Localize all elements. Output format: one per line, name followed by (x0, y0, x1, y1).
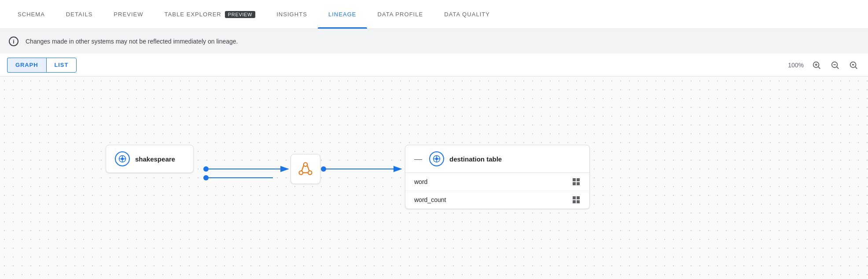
transform-node[interactable] (291, 154, 320, 184)
svg-point-15 (321, 166, 326, 172)
zoom-controls: 100% (788, 58, 861, 73)
svg-rect-41 (577, 200, 580, 203)
preview-badge: PREVIEW (225, 11, 255, 18)
info-banner: i Changes made in other systems may not … (0, 29, 868, 54)
svg-line-25 (302, 165, 304, 171)
svg-rect-39 (577, 196, 580, 199)
list-view-button[interactable]: LIST (46, 58, 77, 73)
lineage-graph: shakespeare — (0, 77, 868, 279)
field-icon-word-count (572, 195, 581, 204)
svg-point-13 (203, 166, 209, 172)
graph-view-button[interactable]: GRAPH (7, 58, 46, 73)
tab-table-explorer[interactable]: TABLE EXPLORER PREVIEW (154, 0, 266, 29)
svg-rect-38 (573, 196, 576, 199)
toolbar: GRAPH LIST 100% (0, 54, 868, 77)
destination-header: — destination table (405, 145, 589, 173)
svg-line-26 (307, 165, 309, 171)
zoom-level: 100% (788, 62, 804, 69)
svg-point-17 (121, 158, 124, 160)
tab-details[interactable]: DETAILS (55, 0, 103, 29)
dest-field-word[interactable]: word (405, 173, 589, 191)
source-icon (115, 151, 130, 166)
banner-text: Changes made in other systems may not be… (26, 38, 238, 45)
view-toggle: GRAPH LIST (7, 58, 77, 73)
svg-point-22 (304, 163, 308, 167)
svg-rect-34 (573, 178, 576, 181)
info-icon: i (9, 37, 18, 46)
svg-rect-36 (573, 182, 576, 185)
tab-preview[interactable]: PREVIEW (103, 0, 154, 29)
field-icon-word (572, 177, 581, 186)
dest-label: destination table (449, 155, 502, 163)
tab-insights[interactable]: INSIGHTS (266, 0, 318, 29)
source-label: shakespeare (135, 155, 175, 163)
svg-point-24 (308, 171, 312, 175)
tab-schema[interactable]: SCHEMA (7, 0, 55, 29)
lineage-canvas[interactable]: shakespeare — (0, 77, 868, 279)
zoom-out-button[interactable] (828, 58, 842, 73)
tab-lineage[interactable]: LINEAGE (318, 0, 367, 29)
svg-rect-40 (573, 200, 576, 203)
svg-line-6 (837, 67, 839, 69)
svg-point-9 (203, 175, 209, 180)
svg-point-23 (299, 171, 303, 175)
svg-rect-37 (577, 182, 580, 185)
dest-icon (429, 151, 444, 166)
dest-field-word-count[interactable]: word_count (405, 191, 589, 209)
tab-bar: SCHEMA DETAILS PREVIEW TABLE EXPLORER PR… (0, 0, 868, 29)
tab-data-quality[interactable]: DATA QUALITY (434, 0, 500, 29)
svg-point-29 (435, 158, 438, 160)
svg-rect-35 (577, 178, 580, 181)
zoom-in-button[interactable] (809, 58, 824, 73)
field-word-count-name: word_count (414, 196, 446, 203)
zoom-reset-button[interactable] (846, 58, 861, 73)
destination-node[interactable]: — destination table word (405, 145, 590, 209)
tab-data-profile[interactable]: DATA PROFILE (367, 0, 434, 29)
source-node[interactable]: shakespeare (106, 145, 194, 173)
field-word-name: word (414, 178, 427, 185)
svg-line-3 (818, 67, 820, 69)
